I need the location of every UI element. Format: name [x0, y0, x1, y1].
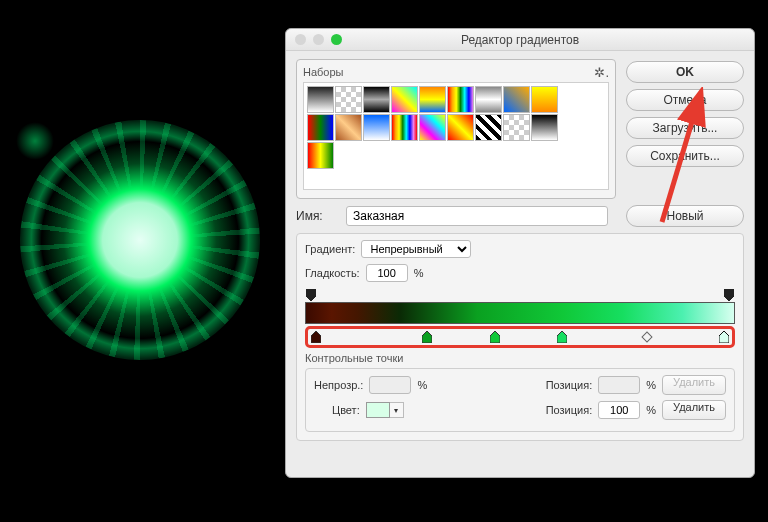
preset-swatch[interactable]: [391, 86, 418, 113]
svg-marker-5: [557, 331, 567, 343]
preset-swatch[interactable]: [419, 114, 446, 141]
preset-swatch[interactable]: [363, 114, 390, 141]
smoothness-label: Гладкость:: [305, 267, 360, 279]
titlebar: Редактор градиентов: [286, 29, 754, 51]
gradient-editor-dialog: Редактор градиентов Наборы ✲.: [285, 28, 755, 478]
name-label: Имя:: [296, 209, 338, 223]
smoothness-unit: %: [414, 267, 424, 279]
opacity-pos-label: Позиция:: [546, 379, 593, 391]
color-pos-input[interactable]: [598, 401, 640, 419]
preset-swatch[interactable]: [531, 86, 558, 113]
window-title: Редактор градиентов: [286, 33, 754, 47]
opacity-input: [369, 376, 411, 394]
presets-grid[interactable]: [303, 82, 609, 190]
save-button[interactable]: Сохранить...: [626, 145, 744, 167]
preset-swatch[interactable]: [447, 114, 474, 141]
preset-swatch[interactable]: [307, 142, 334, 169]
gradient-preview-bar[interactable]: [305, 302, 735, 324]
svg-marker-2: [311, 331, 321, 343]
new-button[interactable]: Новый: [626, 205, 744, 227]
preset-swatch[interactable]: [447, 86, 474, 113]
svg-marker-1: [724, 289, 734, 301]
svg-marker-4: [490, 331, 500, 343]
opacity-stop[interactable]: [724, 289, 734, 301]
gradient-editor-strip[interactable]: [305, 288, 735, 348]
opacity-stop[interactable]: [306, 289, 316, 301]
stops-controls: Непрозр.: % Позиция: % Удалить Цвет: ▾: [305, 368, 735, 432]
stops-title: Контрольные точки: [305, 352, 735, 364]
preset-swatch[interactable]: [391, 114, 418, 141]
preset-swatch[interactable]: [307, 86, 334, 113]
gradient-type-select[interactable]: Непрерывный: [361, 240, 471, 258]
presets-label: Наборы: [303, 66, 344, 78]
color-label: Цвет:: [332, 404, 360, 416]
midpoint-diamond[interactable]: [642, 331, 653, 342]
chevron-down-icon[interactable]: ▾: [390, 402, 404, 418]
color-stop[interactable]: [719, 331, 729, 343]
gradient-section: Градиент: Непрерывный Гладкость: %: [296, 233, 744, 441]
preset-swatch[interactable]: [419, 86, 446, 113]
cancel-button[interactable]: Отмена: [626, 89, 744, 111]
color-stop[interactable]: [422, 331, 432, 343]
preset-swatch[interactable]: [307, 114, 334, 141]
preset-swatch[interactable]: [475, 114, 502, 141]
color-pos-unit: %: [646, 404, 656, 416]
gear-icon[interactable]: ✲.: [594, 65, 609, 80]
color-stops-highlight: [305, 326, 735, 348]
preset-swatch[interactable]: [335, 114, 362, 141]
opacity-delete-button: Удалить: [662, 375, 726, 395]
svg-marker-3: [422, 331, 432, 343]
color-swatch[interactable]: [366, 402, 390, 418]
opacity-pos-input: [598, 376, 640, 394]
color-stop[interactable]: [557, 331, 567, 343]
color-delete-button[interactable]: Удалить: [662, 400, 726, 420]
smoothness-input[interactable]: [366, 264, 408, 282]
gradient-type-label: Градиент:: [305, 243, 355, 255]
presets-panel: Наборы ✲.: [296, 59, 616, 199]
color-stop[interactable]: [311, 331, 321, 343]
opacity-label: Непрозр.:: [314, 379, 363, 391]
ok-button[interactable]: OK: [626, 61, 744, 83]
preset-swatch[interactable]: [475, 86, 502, 113]
name-input[interactable]: [346, 206, 608, 226]
svg-marker-0: [306, 289, 316, 301]
preset-swatch[interactable]: [363, 86, 390, 113]
preset-swatch[interactable]: [503, 114, 530, 141]
svg-marker-6: [719, 331, 729, 343]
load-button[interactable]: Загрузить...: [626, 117, 744, 139]
color-pos-label: Позиция:: [546, 404, 593, 416]
preset-swatch[interactable]: [503, 86, 530, 113]
opacity-unit: %: [417, 379, 427, 391]
color-stop[interactable]: [490, 331, 500, 343]
preset-swatch[interactable]: [531, 114, 558, 141]
preset-swatch[interactable]: [335, 86, 362, 113]
opacity-pos-unit: %: [646, 379, 656, 391]
lens-flare-preview: [20, 120, 260, 360]
